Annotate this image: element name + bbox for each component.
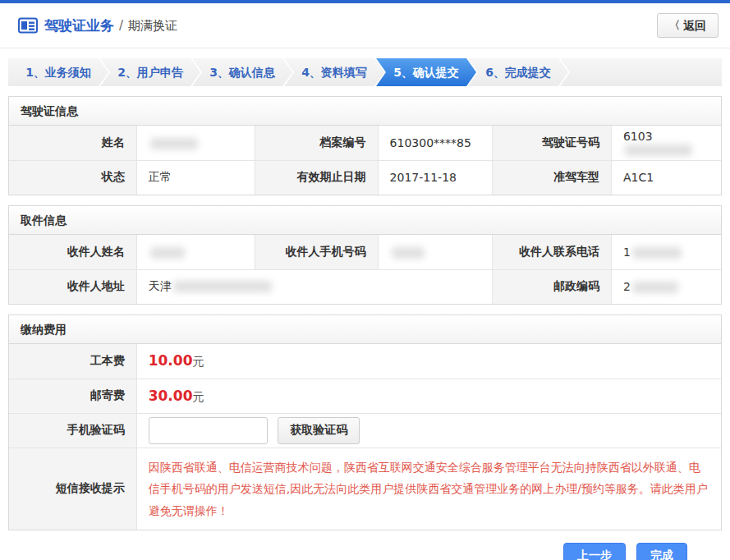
masked-value-blur <box>632 247 682 259</box>
section-fees-title: 缴纳费用 <box>9 315 721 344</box>
table-row: 短信接收提示 因陕西省联通、电信运营商技术问题，陕西省互联网交通安全综合服务管理… <box>9 448 721 530</box>
field-label-mail-fee: 邮寄费 <box>9 379 136 413</box>
page-header: 驾驶证业务 / 期满换证 〈 返回 <box>0 3 730 48</box>
breadcrumb-current: 期满换证 <box>128 18 177 34</box>
production-fee-unit: 元 <box>192 355 204 368</box>
step-wizard-filler <box>560 58 722 86</box>
field-value-production-fee: 10.00元 <box>136 344 721 379</box>
step-4-fill-data[interactable]: 4、资料填写 <box>284 58 384 86</box>
field-sms-code: 获取验证码 <box>136 413 721 448</box>
fees-table: 工本费 10.00元 邮寄费 30.00元 手机验证码 获取验证码 短信接收提示… <box>9 344 721 530</box>
section-license-title: 驾驶证信息 <box>9 97 721 126</box>
table-row: 收件人地址 天津 邮政编码 2 <box>9 269 721 304</box>
field-value-expiry-date: 2017-11-18 <box>378 160 493 195</box>
sms-notice-text: 因陕西省联通、电信运营商技术问题，陕西省互联网交通安全综合服务管理平台无法向持陕… <box>149 457 709 522</box>
table-row: 状态 正常 有效期止日期 2017-11-18 准驾车型 A1C1 <box>9 160 721 195</box>
field-value-recipient-address: 天津 <box>136 269 492 304</box>
mail-fee-amount: 30.00 <box>149 388 193 404</box>
step-1-business-notice[interactable]: 1、业务须知 <box>8 58 108 86</box>
table-row: 邮寄费 30.00元 <box>9 379 721 413</box>
previous-step-button[interactable]: 上一步 <box>563 543 626 560</box>
sms-code-input[interactable] <box>149 417 268 444</box>
license-card-icon <box>18 17 38 34</box>
breadcrumb-separator: / <box>119 18 123 33</box>
field-label-license-number: 驾驶证号码 <box>493 126 612 160</box>
mail-fee-unit: 元 <box>192 390 204 403</box>
field-label-vehicle-class: 准驾车型 <box>493 160 612 195</box>
field-label-postal-code: 邮政编码 <box>493 269 612 304</box>
section-pickup-title: 取件信息 <box>9 206 721 235</box>
field-label-name: 姓名 <box>9 126 136 160</box>
field-value-status: 正常 <box>136 160 255 195</box>
field-label-recipient-address: 收件人地址 <box>9 269 136 304</box>
step-wizard: 1、业务须知 2、用户申告 3、确认信息 4、资料填写 5、确认提交 6、完成提… <box>8 58 722 86</box>
field-label-sms-code: 手机验证码 <box>9 413 136 448</box>
step-5-confirm-submit[interactable]: 5、确认提交 <box>376 58 476 86</box>
finish-button[interactable]: 完成 <box>636 543 687 560</box>
field-value-file-number: 610300****85 <box>378 126 493 160</box>
section-license-info: 驾驶证信息 姓名 档案编号 610300****85 驾驶证号码 6103 状态… <box>8 96 722 195</box>
field-label-recipient-mobile: 收件人手机号码 <box>255 235 378 269</box>
field-value-name <box>136 126 255 160</box>
field-value-license-number: 6103 <box>611 126 721 160</box>
field-value-recipient-mobile <box>378 235 493 269</box>
field-label-status: 状态 <box>9 160 136 195</box>
back-button-label: 返回 <box>683 14 706 37</box>
production-fee-amount: 10.00 <box>149 352 193 369</box>
field-sms-notice: 因陕西省联通、电信运营商技术问题，陕西省互联网交通安全综合服务管理平台无法向持陕… <box>136 448 721 530</box>
masked-value-blur <box>150 247 185 259</box>
field-label-recipient-name: 收件人姓名 <box>9 235 136 269</box>
page-title: 驾驶证业务 <box>44 16 114 35</box>
masked-value-blur <box>392 247 425 259</box>
step-6-complete-submit[interactable]: 6、完成提交 <box>468 58 568 86</box>
step-2-user-declaration[interactable]: 2、用户申告 <box>100 58 200 86</box>
back-button[interactable]: 〈 返回 <box>657 13 719 38</box>
footer-actions: 上一步 完成 <box>0 543 687 560</box>
license-info-table: 姓名 档案编号 610300****85 驾驶证号码 6103 状态 正常 有效… <box>9 126 721 195</box>
section-pickup-info: 取件信息 收件人姓名 收件人手机号码 收件人联系电话 1 收件人地址 天津 邮政… <box>8 205 722 305</box>
field-value-recipient-name <box>136 235 255 269</box>
field-label-sms-notice: 短信接收提示 <box>9 448 136 530</box>
table-row: 手机验证码 获取验证码 <box>9 413 721 448</box>
section-fees: 缴纳费用 工本费 10.00元 邮寄费 30.00元 手机验证码 获取验证码 短… <box>8 314 722 530</box>
table-row: 姓名 档案编号 610300****85 驾驶证号码 6103 <box>9 126 721 160</box>
field-value-recipient-phone: 1 <box>611 235 721 269</box>
pickup-info-table: 收件人姓名 收件人手机号码 收件人联系电话 1 收件人地址 天津 邮政编码 2 <box>9 235 721 304</box>
masked-value-blur <box>625 145 692 156</box>
field-label-expiry-date: 有效期止日期 <box>255 160 378 195</box>
step-3-confirm-info[interactable]: 3、确认信息 <box>192 58 292 86</box>
table-row: 收件人姓名 收件人手机号码 收件人联系电话 1 <box>9 235 721 269</box>
field-label-recipient-phone: 收件人联系电话 <box>493 235 612 269</box>
field-label-production-fee: 工本费 <box>9 344 136 379</box>
masked-value-blur <box>150 138 198 149</box>
chevron-left-icon: 〈 <box>669 14 680 37</box>
field-label-file-number: 档案编号 <box>255 126 378 160</box>
field-value-postal-code: 2 <box>611 269 721 304</box>
field-value-mail-fee: 30.00元 <box>136 379 721 413</box>
masked-value-blur <box>632 282 678 293</box>
get-sms-code-button[interactable]: 获取验证码 <box>278 417 360 444</box>
field-value-vehicle-class: A1C1 <box>611 160 721 195</box>
table-row: 工本费 10.00元 <box>9 344 721 379</box>
masked-value-blur <box>173 281 272 292</box>
